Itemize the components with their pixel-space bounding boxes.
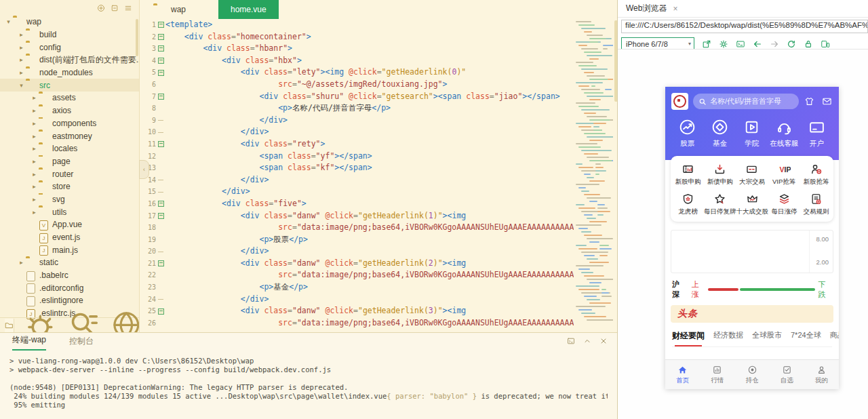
files-icon[interactable] xyxy=(5,321,14,330)
code-line[interactable]: 8 <p>名称/代码/拼音首字母</p> xyxy=(140,102,574,115)
code-line[interactable]: 20 </div> xyxy=(140,245,574,258)
devtools-icon[interactable] xyxy=(736,39,745,49)
news-tab[interactable]: 商品资讯 xyxy=(830,330,839,342)
quick-action-vip[interactable]: VIPVIP抢筹 xyxy=(768,163,800,186)
unlock-icon[interactable] xyxy=(804,39,813,49)
quick-action-rules[interactable]: 交易规则 xyxy=(800,193,832,216)
chevron-right-icon[interactable]: ▸ xyxy=(30,133,39,140)
code-line[interactable]: 25 <div class="danw" @click="getHeaderli… xyxy=(140,305,574,317)
nav-mine[interactable]: 我的 xyxy=(804,360,839,389)
quick-action-download[interactable]: 新债申购 xyxy=(704,163,736,186)
tree-item-.editorconfig[interactable]: .editorconfig xyxy=(0,281,139,294)
nav-home[interactable]: 首页 xyxy=(665,360,700,389)
menu-item-academy[interactable]: 学院 xyxy=(736,119,768,148)
chevron-right-icon[interactable]: ▸ xyxy=(30,196,39,203)
quick-action-ticket[interactable]: 新股申购 xyxy=(672,163,704,186)
mail-icon[interactable] xyxy=(821,96,833,106)
tree-item-build[interactable]: ▸build xyxy=(0,28,139,41)
code-line[interactable]: 7 <div class="shuru" @click="getsearch">… xyxy=(140,91,574,103)
chevron-right-icon[interactable]: ▸ xyxy=(30,171,39,178)
code-line[interactable]: 9 </div> xyxy=(140,115,574,127)
tree-item-event.js[interactable]: Jevent.js xyxy=(0,231,139,244)
chevron-right-icon[interactable]: ▸ xyxy=(30,107,39,114)
chevron-right-icon[interactable]: ▸ xyxy=(30,94,39,101)
gift-shirt-icon[interactable] xyxy=(804,96,815,106)
nav-watch[interactable]: 自选 xyxy=(770,360,804,389)
code-line[interactable]: 21 <div class="danw" @click="getHeaderli… xyxy=(140,258,574,270)
nav-position[interactable]: 持仓 xyxy=(734,360,769,389)
collapse-all-icon[interactable] xyxy=(111,4,119,12)
browser-tab-title[interactable]: Web浏览器 xyxy=(626,3,667,14)
sidebar-scrollbar[interactable] xyxy=(136,19,138,56)
tree-item-store[interactable]: ▸store xyxy=(0,180,139,193)
chevron-right-icon[interactable]: ▸ xyxy=(30,158,39,165)
code-line[interactable]: 22 src="data:image/png;base64,iVBORw0KGg… xyxy=(140,269,574,281)
quick-action-crown[interactable]: 十大成交股 xyxy=(736,193,769,216)
chevron-down-icon[interactable]: ▾ xyxy=(4,18,13,25)
tree-item-wap[interactable]: ▾wap xyxy=(0,16,139,28)
fold-marker-icon[interactable] xyxy=(156,258,165,270)
sidebar-collapse-handle[interactable]: ‹ xyxy=(139,160,149,179)
code-line[interactable]: 24 </div> xyxy=(140,294,574,306)
forward-icon[interactable] xyxy=(770,39,779,49)
code-line[interactable]: 11 <div class="rety"> xyxy=(140,138,574,151)
chevron-right-icon[interactable]: ▸ xyxy=(30,183,39,190)
project-crumb[interactable]: wap xyxy=(153,5,186,14)
terminal-output[interactable]: > vue-liang-rong-wap@1.0.0 dev C:\Users\… xyxy=(0,351,617,410)
chevron-right-icon[interactable]: ▸ xyxy=(30,145,39,152)
chevron-right-icon[interactable]: ▸ xyxy=(17,44,26,51)
tree-item-axios[interactable]: ▸axios xyxy=(0,104,139,117)
tree-item-app.vue[interactable]: VApp.vue xyxy=(0,218,139,231)
add-project-icon[interactable] xyxy=(97,4,105,12)
code-line[interactable]: 13 <span class="kf"></span> xyxy=(140,162,574,174)
chevron-right-icon[interactable]: ▸ xyxy=(17,69,26,76)
quick-action-block-card[interactable]: 大宗交易 xyxy=(736,163,768,186)
chevron-down-icon[interactable]: ▾ xyxy=(17,82,26,89)
tree-item-router[interactable]: ▸router xyxy=(0,167,139,180)
tree-item-locales[interactable]: ▸locales xyxy=(0,142,139,155)
fold-marker-icon[interactable] xyxy=(156,55,165,67)
tree-item-components[interactable]: ▸components xyxy=(0,117,139,130)
news-tab[interactable]: 7*24全球 xyxy=(791,330,821,342)
tree-item-dist-...[interactable]: ▸dist(前端打包后的文件需要... xyxy=(0,54,139,66)
code-line[interactable]: 10 </div> xyxy=(140,126,574,138)
chevron-right-icon[interactable]: ▸ xyxy=(30,120,39,127)
code-line[interactable]: 4 <div class="hbx"> xyxy=(140,55,574,67)
tab-home-vue[interactable]: home.vue xyxy=(218,0,279,19)
code-line[interactable]: 5 <div class="lety"><img @click="getHead… xyxy=(140,66,574,79)
settings-icon[interactable] xyxy=(719,39,728,49)
chevron-right-icon[interactable]: ▸ xyxy=(30,209,39,216)
close-panel-icon[interactable] xyxy=(599,337,608,345)
refresh-icon[interactable] xyxy=(787,39,796,49)
menu-icon[interactable] xyxy=(124,4,132,12)
back-icon[interactable] xyxy=(753,39,762,49)
code-area[interactable]: 1<template>2 <div class="homecontainer">… xyxy=(140,19,574,332)
menu-item-coin[interactable]: 基金 xyxy=(704,119,736,148)
menu-item-trend[interactable]: 股票 xyxy=(671,119,704,148)
fold-marker-icon[interactable] xyxy=(156,43,165,55)
news-tab[interactable]: 财经要闻 xyxy=(672,330,705,342)
code-line[interactable]: 15 </div> xyxy=(140,186,574,198)
tree-item-main.js[interactable]: Jmain.js xyxy=(0,243,139,256)
code-line[interactable]: 26 src="data:image/png;base64,iVBORw0KGg… xyxy=(140,317,574,330)
fold-marker-icon[interactable] xyxy=(156,138,165,151)
tree-item-eastmoney[interactable]: ▸eastmoney xyxy=(0,129,139,142)
new-terminal-icon[interactable] xyxy=(567,337,575,345)
tree-item-.eslintignore[interactable]: .eslintignore xyxy=(0,294,139,307)
tree-item-utils[interactable]: ▸utils xyxy=(0,205,139,218)
code-line[interactable]: 6 src="~@/assets/imgRed/touxiang.jpg"> xyxy=(140,79,574,91)
quick-action-star[interactable]: 每日停复牌 xyxy=(704,193,736,216)
address-bar[interactable]: file:///C:/Users/86152/Desktop/wap/dist(… xyxy=(621,20,868,33)
fold-marker-icon[interactable] xyxy=(156,66,165,79)
tree-item-node-modules[interactable]: ▸node_modules xyxy=(0,66,139,79)
responsive-icon[interactable] xyxy=(821,39,830,49)
fold-marker-icon[interactable] xyxy=(156,305,165,317)
tree-item-svg[interactable]: ▸svg xyxy=(0,193,139,206)
close-icon[interactable]: × xyxy=(673,4,677,14)
headlines-banner[interactable]: 头条 xyxy=(671,305,833,323)
code-line[interactable]: 14 </div> xyxy=(140,174,574,186)
tab-terminal-wap[interactable]: 终端-wap xyxy=(12,334,46,351)
menu-item-service[interactable]: 在线客服 xyxy=(768,119,801,148)
code-line[interactable]: 16 <div class="five"> xyxy=(140,198,574,210)
fold-marker-icon[interactable] xyxy=(156,91,165,103)
